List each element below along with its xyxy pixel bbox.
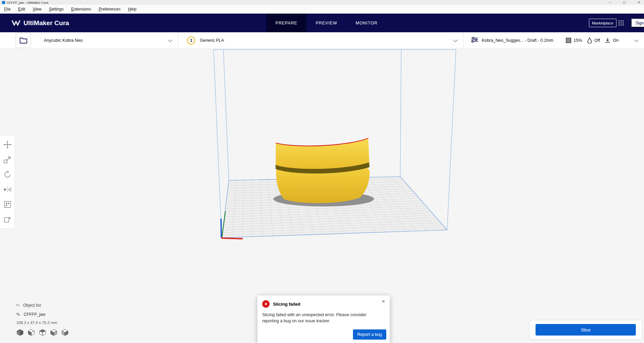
sliders-icon bbox=[471, 37, 478, 44]
titlebar: CFFFP_jaw - UltiMaker Cura ─ ▢ ✕ bbox=[0, 0, 644, 5]
window-title: CFFFP_jaw - UltiMaker Cura bbox=[7, 1, 48, 4]
support-group: Off bbox=[587, 37, 600, 43]
menu-edit[interactable]: Edit bbox=[16, 6, 27, 13]
dialog-actions: Report a bug bbox=[353, 329, 386, 340]
support-icon bbox=[587, 37, 592, 43]
view-3d-icon bbox=[16, 329, 24, 336]
minimize-button[interactable]: ─ bbox=[607, 0, 613, 5]
rotate-tool-button[interactable] bbox=[3, 170, 12, 179]
view-right-button[interactable] bbox=[61, 329, 69, 336]
view-left-button[interactable] bbox=[50, 329, 57, 336]
sign-in-button[interactable]: Sign in bbox=[631, 18, 644, 28]
object-list-item[interactable]: ✎ CFFFP_jaw bbox=[16, 312, 69, 317]
view-right-icon bbox=[61, 329, 69, 336]
pencil-icon: ✎ bbox=[16, 312, 20, 317]
error-icon: ✕ bbox=[262, 300, 270, 308]
printer-name: Anycubic Kobra Neo bbox=[44, 38, 83, 43]
infill-group: 15% bbox=[565, 37, 582, 43]
support-value: Off bbox=[594, 38, 600, 43]
view-front-icon bbox=[28, 329, 35, 336]
dialog-close-icon[interactable]: ✕ bbox=[382, 299, 385, 304]
view-presets bbox=[16, 329, 69, 336]
tab-prepare[interactable]: PREPARE bbox=[266, 14, 306, 32]
menu-settings[interactable]: Settings bbox=[47, 6, 65, 13]
chevron-down-icon bbox=[453, 38, 458, 42]
profile-summary: Kobra_Neo_Sugges... - Draft - 0.2mm bbox=[482, 38, 561, 43]
material-selector[interactable]: 1 Generic PLA bbox=[178, 32, 463, 49]
chevron-down-icon bbox=[634, 38, 639, 42]
scale-icon bbox=[3, 155, 12, 164]
brand: UltiMaker Cura bbox=[12, 14, 69, 32]
marketplace-button[interactable]: Marketplace bbox=[589, 19, 616, 27]
adhesion-group: On bbox=[605, 37, 618, 43]
slice-button[interactable]: Slice bbox=[536, 324, 636, 336]
menu-view[interactable]: View bbox=[31, 6, 43, 13]
per-model-settings-button[interactable] bbox=[3, 200, 12, 209]
object-name: CFFFP_jaw bbox=[24, 312, 45, 317]
tool-sidebar bbox=[0, 136, 15, 229]
report-a-bug-button[interactable]: Report a bug bbox=[353, 329, 386, 340]
ultimaker-logo bbox=[12, 19, 20, 27]
tab-monitor[interactable]: MONITOR bbox=[346, 14, 387, 32]
action-panel: Slice bbox=[529, 320, 642, 340]
extruder-badge: 1 bbox=[187, 36, 195, 44]
cura-window: CFFFP_jaw - UltiMaker Cura ─ ▢ ✕ File Ed… bbox=[0, 0, 644, 343]
per-model-settings-icon bbox=[3, 200, 12, 209]
origin-z-axis bbox=[221, 219, 221, 238]
maximize-button[interactable]: ▢ bbox=[622, 0, 627, 5]
dialog-message: Slicing failed with an unexpected error.… bbox=[262, 312, 385, 324]
view-3d-button[interactable] bbox=[16, 329, 24, 336]
material-name: Generic PLA bbox=[200, 38, 224, 43]
infill-icon bbox=[565, 37, 572, 43]
printer-selector[interactable]: Anycubic Kobra Neo bbox=[35, 32, 178, 49]
move-icon bbox=[3, 140, 12, 149]
config-bar: Anycubic Kobra Neo 1 Generic PLA Kobra_N… bbox=[0, 32, 644, 49]
scale-tool-button[interactable] bbox=[3, 155, 12, 164]
chevron-up-icon bbox=[16, 304, 19, 308]
view-left-icon bbox=[50, 329, 57, 336]
folder-icon bbox=[19, 37, 28, 44]
move-tool-button[interactable] bbox=[3, 140, 12, 149]
menu-help[interactable]: Help bbox=[126, 6, 138, 13]
view-top-button[interactable] bbox=[39, 329, 46, 336]
object-list-toggle[interactable]: Object list bbox=[16, 303, 69, 308]
object-list-label: Object list bbox=[23, 303, 41, 308]
support-blocker-icon bbox=[3, 215, 12, 224]
object-dimensions: 108.3 x 47.0 x 70.2 mm bbox=[16, 321, 69, 325]
chevron-down-icon bbox=[168, 38, 172, 42]
open-file-button[interactable] bbox=[16, 33, 31, 48]
view-front-button[interactable] bbox=[28, 329, 35, 336]
model-CFFFP_jaw[interactable] bbox=[273, 138, 374, 206]
adhesion-value: On bbox=[613, 38, 618, 43]
apps-grid-icon[interactable] bbox=[618, 20, 624, 27]
close-button[interactable]: ✕ bbox=[636, 0, 642, 5]
mirror-icon bbox=[3, 185, 12, 194]
infill-value: 15% bbox=[574, 38, 582, 43]
menu-extensions[interactable]: Extensions bbox=[69, 6, 93, 13]
mirror-tool-button[interactable] bbox=[3, 185, 12, 194]
app-name: UltiMaker Cura bbox=[23, 19, 69, 27]
tab-preview[interactable]: PREVIEW bbox=[306, 14, 346, 32]
object-list-panel: Object list ✎ CFFFP_jaw 108.3 x 47.0 x 7… bbox=[16, 303, 69, 336]
stage-tabs: PREPARE PREVIEW MONITOR bbox=[266, 14, 387, 32]
dialog-title: Slicing failed bbox=[273, 302, 300, 307]
view-top-icon bbox=[39, 329, 46, 336]
menu-file[interactable]: File bbox=[2, 6, 12, 13]
viewport: Object list ✎ CFFFP_jaw 108.3 x 47.0 x 7… bbox=[0, 49, 644, 343]
menubar: File Edit View Settings Extensions Prefe… bbox=[0, 5, 644, 14]
model-upper-band bbox=[276, 138, 369, 169]
menu-preferences[interactable]: Preferences bbox=[97, 6, 122, 13]
app-icon bbox=[2, 1, 5, 4]
dialog-header: ✕ Slicing failed bbox=[262, 300, 385, 308]
rotate-icon bbox=[3, 170, 12, 179]
app-header: UltiMaker Cura PREPARE PREVIEW MONITOR M… bbox=[0, 14, 644, 32]
adhesion-icon bbox=[605, 37, 611, 43]
slicing-failed-dialog: ✕ Slicing failed ✕ Slicing failed with a… bbox=[257, 295, 390, 343]
support-blocker-button[interactable] bbox=[3, 215, 12, 224]
origin-x-axis bbox=[221, 238, 243, 239]
print-settings-selector[interactable]: Kobra_Neo_Sugges... - Draft - 0.2mm 15% … bbox=[463, 32, 644, 49]
